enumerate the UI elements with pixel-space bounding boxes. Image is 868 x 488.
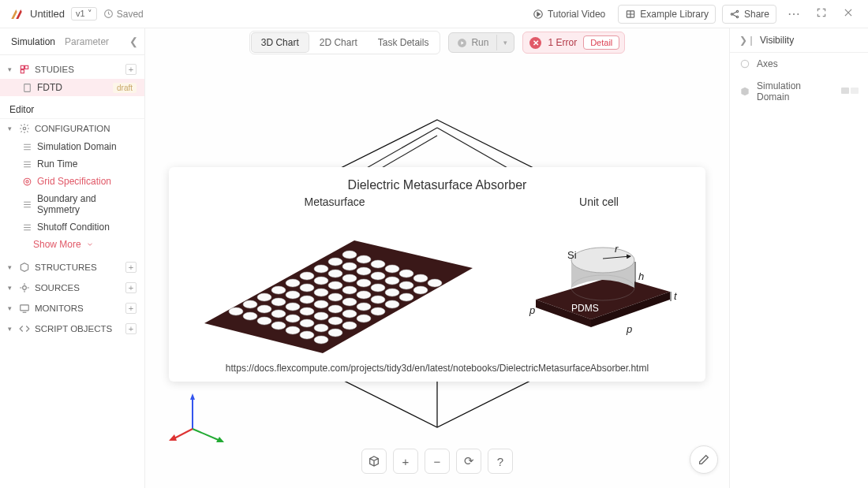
- svg-point-53: [371, 272, 385, 280]
- config-run-time[interactable]: Run Time: [0, 155, 144, 173]
- svg-point-51: [342, 286, 357, 294]
- add-source-icon[interactable]: +: [125, 282, 137, 293]
- config-label: CONFIGURATION: [35, 124, 110, 133]
- add-study-icon[interactable]: +: [125, 64, 137, 75]
- svg-point-65: [314, 324, 328, 332]
- svg-point-55: [286, 326, 300, 334]
- view-controls: + − ⟳ ?: [361, 449, 513, 474]
- tab-3d-chart[interactable]: 3D Chart: [252, 33, 309, 52]
- zoom-in-button[interactable]: +: [393, 449, 418, 474]
- scripts-header[interactable]: ▾ SCRIPT OBJECTS +: [0, 319, 144, 338]
- refresh-view-button[interactable]: ⟳: [456, 449, 481, 474]
- config-simulation-domain[interactable]: Simulation Domain: [0, 138, 144, 155]
- collapse-left-icon[interactable]: ❮: [129, 35, 138, 47]
- group-configuration: ▾ CONFIGURATION Simulation Domain Run Ti…: [0, 119, 144, 256]
- axis-gizmo[interactable]: [169, 386, 232, 449]
- svg-point-76: [357, 315, 371, 322]
- caret-icon: ▾: [8, 125, 14, 132]
- svg-point-10: [23, 127, 26, 130]
- svg-point-70: [385, 289, 399, 296]
- tab-parameter[interactable]: Parameter: [60, 30, 114, 54]
- svg-point-66: [328, 317, 342, 325]
- visibility-axes[interactable]: Axes: [730, 53, 868, 75]
- item-label: Simulation Domain: [37, 141, 117, 152]
- zoom-out-button[interactable]: −: [425, 449, 450, 474]
- config-shutoff[interactable]: Shutoff Condition: [0, 218, 144, 236]
- svg-point-56: [300, 319, 314, 327]
- svg-point-52: [357, 279, 371, 287]
- monitors-icon: [19, 303, 30, 314]
- version-select[interactable]: v1 ˅: [71, 7, 97, 20]
- sources-header[interactable]: ▾ SOURCES +: [0, 278, 144, 297]
- tab-2d-chart[interactable]: 2D Chart: [310, 33, 367, 52]
- add-monitor-icon[interactable]: +: [125, 303, 137, 314]
- svg-line-99: [173, 429, 193, 439]
- svg-text:p: p: [626, 323, 632, 335]
- tutorial-video-link[interactable]: Tutorial Video: [526, 6, 612, 23]
- library-label: Example Library: [640, 9, 709, 20]
- svg-point-78: [385, 300, 399, 308]
- fdtd-label: FDTD: [37, 82, 62, 93]
- tab-simulation[interactable]: Simulation: [6, 30, 60, 54]
- more-menu-icon[interactable]: ⋯: [783, 6, 805, 21]
- studies-header[interactable]: ▾ STUDIES +: [0, 60, 144, 79]
- item-label: Shutoff Condition: [37, 222, 110, 233]
- svg-point-73: [314, 336, 328, 344]
- expand-right-icon[interactable]: ❯❘: [739, 35, 755, 46]
- unitcell-illustration: Si r h t p p PDMS: [512, 213, 686, 339]
- svg-point-36: [357, 255, 371, 263]
- circle-icon: [739, 58, 750, 69]
- config-boundary[interactable]: Boundary and Symmetry: [0, 190, 144, 218]
- run-group: Run ▾: [448, 32, 514, 53]
- si-label: Si: [567, 249, 577, 261]
- study-fdtd[interactable]: FDTD draft: [0, 79, 144, 96]
- example-library-link[interactable]: Example Library: [618, 5, 716, 24]
- viewport-3d[interactable]: Dielectric Metasurface Absorber Metasurf…: [145, 57, 729, 488]
- group-monitors: ▾ MONITORS +: [0, 299, 144, 318]
- show-more-link[interactable]: Show More: [0, 236, 144, 256]
- close-icon[interactable]: [838, 7, 859, 20]
- fullscreen-icon[interactable]: [811, 7, 832, 20]
- run-button[interactable]: Run: [449, 33, 496, 52]
- add-structure-icon[interactable]: +: [125, 262, 137, 273]
- svg-point-31: [286, 291, 300, 299]
- svg-point-25: [314, 265, 328, 273]
- configuration-header[interactable]: ▾ CONFIGURATION: [0, 119, 144, 138]
- edit-fab-button[interactable]: [690, 445, 718, 474]
- visibility-simulation-domain[interactable]: Simulation Domain: [730, 75, 868, 108]
- domain-toggle-icon[interactable]: [841, 86, 859, 97]
- add-script-icon[interactable]: +: [125, 323, 137, 334]
- main: Simulation Parameter ❮ ▾ STUDIES + FDTD …: [0, 28, 868, 488]
- svg-point-49: [314, 300, 328, 308]
- cube-icon: [739, 86, 750, 97]
- studies-icon: [19, 64, 30, 75]
- svg-rect-102: [841, 88, 849, 94]
- svg-point-61: [371, 284, 385, 292]
- svg-point-80: [413, 286, 428, 294]
- error-pill[interactable]: ✕ 1 Error Detail: [522, 32, 625, 54]
- caret-icon: ▾: [8, 284, 14, 292]
- svg-point-37: [257, 317, 271, 325]
- svg-point-48: [300, 307, 314, 315]
- structures-header[interactable]: ▾ STRUCTURES +: [0, 258, 144, 277]
- group-sources: ▾ SOURCES +: [0, 278, 144, 297]
- config-grid-specification[interactable]: Grid Specification: [0, 173, 144, 190]
- run-dropdown-icon[interactable]: ▾: [496, 35, 514, 50]
- error-detail-button[interactable]: Detail: [583, 35, 619, 50]
- svg-point-74: [328, 329, 342, 337]
- help-button[interactable]: ?: [488, 449, 513, 474]
- share-button[interactable]: Share: [722, 5, 776, 24]
- svg-text:t: t: [674, 290, 678, 302]
- svg-point-69: [371, 296, 385, 304]
- view-home-button[interactable]: [361, 449, 387, 474]
- tab-task-details[interactable]: Task Details: [369, 33, 439, 52]
- visibility-header[interactable]: ❯❘ Visibility: [730, 28, 868, 53]
- svg-point-3: [731, 13, 732, 14]
- doc-title[interactable]: Untitled: [30, 8, 65, 20]
- play-icon: [457, 38, 467, 48]
- svg-point-28: [243, 312, 257, 320]
- monitors-header[interactable]: ▾ MONITORS +: [0, 299, 144, 318]
- svg-text:r: r: [615, 243, 619, 255]
- svg-point-5: [736, 16, 738, 17]
- studies-label: STUDIES: [35, 65, 74, 74]
